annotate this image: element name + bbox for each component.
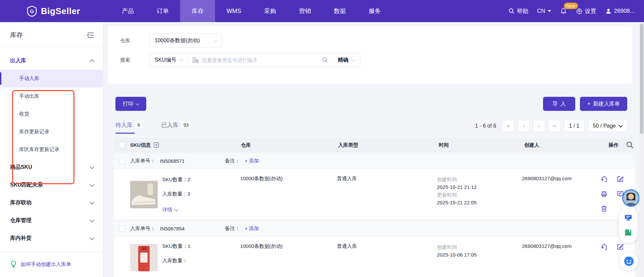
sidebar-item-manual-outbound[interactable]: 手动出库 bbox=[0, 87, 103, 105]
toolbar: 打印 出入库操作页面，以及库存更新记录 导入 + 新建入库单 bbox=[115, 96, 627, 111]
sku-qty-value: 1 bbox=[188, 243, 191, 249]
pagination-range: 1 - 6 of 6 bbox=[475, 123, 496, 129]
sidebar-section-inout[interactable]: 出入库 bbox=[0, 52, 103, 70]
column-search-icon[interactable] bbox=[626, 141, 634, 149]
sidebar-section-product-sku-label: 商品SKU bbox=[10, 164, 32, 171]
product-image[interactable] bbox=[130, 181, 158, 208]
add-remark-link[interactable]: + 添加 bbox=[245, 225, 259, 232]
create-inbound-label: 新建入库单 bbox=[593, 100, 620, 108]
order-no-value: IN5067854 bbox=[160, 226, 184, 231]
search-filter-label: 搜索 bbox=[120, 57, 150, 63]
last-page-button[interactable]: » bbox=[548, 120, 560, 132]
cell-creator: 2690803127@qq.com bbox=[522, 176, 600, 214]
user-account[interactable]: 26908... bbox=[605, 8, 635, 14]
collapse-sidebar-icon[interactable] bbox=[87, 32, 94, 39]
nav-item-services[interactable]: 服务 bbox=[357, 0, 392, 22]
chevron-down-icon bbox=[90, 217, 94, 222]
nav-item-purchase[interactable]: 采购 bbox=[253, 0, 287, 22]
help-guide-label: 如何手动创建出入库单 bbox=[21, 261, 71, 268]
cell-inbound-type: 普通入库 bbox=[337, 243, 437, 272]
warehouse-filter-label: 仓库 bbox=[120, 38, 150, 44]
tab-pending-count: 6 bbox=[135, 122, 143, 128]
search-icon[interactable] bbox=[322, 57, 328, 63]
next-page-button[interactable]: › bbox=[533, 120, 545, 132]
prev-page-button[interactable]: ‹ bbox=[518, 120, 530, 132]
nav-item-wms[interactable]: WMS bbox=[215, 0, 253, 22]
delete-icon[interactable] bbox=[600, 205, 608, 212]
smiley-icon bbox=[623, 256, 635, 267]
nav-item-inventory[interactable]: 库存 bbox=[180, 0, 215, 22]
created-time-label: 创建时间 bbox=[437, 176, 522, 183]
help-guide-link[interactable]: 如何手动创建出入库单 bbox=[0, 252, 103, 277]
sidebar-section-sku-matching[interactable]: SKU匹配关系 bbox=[0, 176, 103, 194]
warehouse-select[interactable]: 10000条数据(勿动) bbox=[150, 33, 222, 48]
sidebar-section-replenishment[interactable]: 库内补货 bbox=[0, 229, 103, 247]
support-agent-avatar[interactable] bbox=[622, 189, 640, 207]
sidebar-section-warehouse-mgmt[interactable]: 仓库管理 bbox=[0, 212, 103, 229]
putaway-icon[interactable] bbox=[600, 176, 608, 183]
brand-logo[interactable]: G BigSeller bbox=[26, 5, 80, 17]
import-button[interactable]: 导入 bbox=[543, 97, 575, 111]
order-no-label: 入库单号： bbox=[130, 225, 155, 232]
row-checkbox[interactable] bbox=[119, 226, 125, 232]
cell-time: 创建时间 2025-10-06 17:05 bbox=[437, 243, 522, 272]
user-icon bbox=[605, 8, 612, 14]
updated-time-label: 更新时间 bbox=[437, 191, 522, 199]
print-icon[interactable] bbox=[600, 190, 608, 198]
edit-icon[interactable] bbox=[616, 176, 624, 183]
chevron-down-icon bbox=[90, 200, 94, 204]
putaway-icon[interactable] bbox=[600, 243, 608, 251]
chevron-down-icon bbox=[90, 182, 94, 187]
created-time-label: 创建时间 bbox=[437, 243, 522, 251]
sku-qty-label: SKU数量： bbox=[162, 177, 188, 182]
order-group-header: 入库单号： IN5067854 备注： + 添加 bbox=[114, 221, 635, 236]
sidebar-section-stock-sync-label: 库存联动 bbox=[10, 199, 32, 206]
chevron-down-icon bbox=[90, 235, 94, 240]
nav-item-products[interactable]: 产品 bbox=[110, 0, 145, 22]
nav-item-orders[interactable]: 订单 bbox=[145, 0, 180, 22]
language-switcher[interactable]: CN bbox=[537, 8, 551, 14]
scrollbar-thumb[interactable] bbox=[640, 23, 643, 134]
nav-item-data[interactable]: 数据 bbox=[322, 0, 357, 22]
sidebar-item-stock-update-records[interactable]: 库存更新记录 bbox=[0, 123, 103, 141]
brand-name: BigSeller bbox=[41, 6, 80, 16]
sidebar-item-receiving[interactable]: 收货 bbox=[0, 105, 103, 123]
row-checkbox[interactable] bbox=[119, 158, 125, 164]
first-page-button[interactable]: « bbox=[502, 120, 514, 132]
help-button[interactable]: 帮助 bbox=[508, 7, 528, 15]
training-board-icon[interactable] bbox=[624, 213, 633, 222]
edit-icon[interactable] bbox=[616, 243, 624, 251]
sidebar-section-product-sku[interactable]: 商品SKU bbox=[0, 158, 103, 176]
search-input[interactable] bbox=[202, 57, 319, 63]
create-inbound-button[interactable]: + 新建入库单 bbox=[580, 97, 627, 111]
order-group-header: 入库单号： IN5068571 备注： + 添加 bbox=[114, 153, 635, 169]
top-navbar: G BigSeller 产品 订单 库存 WMS 采购 营销 数据 服务 帮助 … bbox=[0, 0, 644, 22]
sidebar-item-manual-inbound[interactable]: 手动入库 bbox=[0, 70, 103, 87]
feedback-smiley-button[interactable] bbox=[620, 252, 638, 271]
nav-item-marketing[interactable]: 营销 bbox=[287, 0, 322, 22]
settings-button[interactable]: 设置 bbox=[576, 7, 596, 15]
detail-toggle-link[interactable]: 详情 bbox=[162, 207, 191, 213]
expand-columns-icon[interactable] bbox=[154, 142, 159, 148]
add-remark-link[interactable]: + 添加 bbox=[245, 158, 259, 164]
notifications-button[interactable]: New bbox=[560, 7, 567, 15]
handbook-icon[interactable] bbox=[624, 228, 633, 237]
page-size-select[interactable]: 50 / Page bbox=[588, 120, 628, 132]
vertical-scrollbar[interactable] bbox=[639, 22, 644, 277]
tab-pending-inbound[interactable]: 待入库 6 bbox=[115, 121, 143, 131]
match-mode-select[interactable]: 精确 bbox=[332, 53, 360, 67]
cell-creator: 2690803127@qq.com bbox=[522, 243, 600, 272]
print-button[interactable]: 打印 bbox=[115, 97, 146, 111]
product-image[interactable] bbox=[130, 244, 158, 271]
chevron-down-icon bbox=[90, 164, 94, 169]
user-label: 26908... bbox=[614, 8, 635, 14]
tab-completed-inbound[interactable]: 已入库 93 bbox=[161, 121, 191, 131]
search-group: SKU编号 精确 bbox=[150, 53, 361, 67]
sidebar-item-zone-stock-update-records[interactable]: 库区库存更新记录 bbox=[0, 141, 103, 158]
search-type-select[interactable]: SKU编号 bbox=[150, 53, 188, 67]
sneaker-product-image bbox=[130, 181, 158, 208]
main-nav: 产品 订单 库存 WMS 采购 营销 数据 服务 bbox=[110, 0, 392, 22]
sidebar-title: 库存 bbox=[10, 31, 23, 40]
sidebar-section-stock-sync[interactable]: 库存联动 bbox=[0, 194, 103, 212]
select-all-checkbox[interactable] bbox=[119, 142, 125, 148]
